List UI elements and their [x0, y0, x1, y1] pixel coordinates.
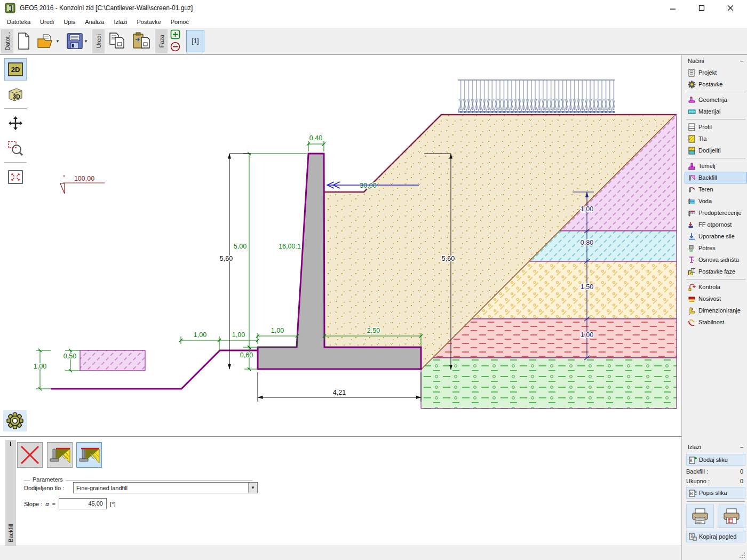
slope-unit: [°]	[110, 501, 116, 507]
dim-label: 0,40	[309, 134, 322, 142]
uporabne-sile-icon	[688, 233, 696, 241]
menu-postavke[interactable]: Postavke	[132, 17, 165, 27]
mode-backfill[interactable]: Backfill	[685, 172, 747, 183]
menu-analiza[interactable]: Analiza	[80, 17, 109, 27]
mode-geometrija[interactable]: Geometrija	[685, 94, 747, 106]
svg-text:B: B	[690, 534, 693, 539]
menu-upis[interactable]: Upis	[59, 17, 80, 27]
geo5-window: { "window": { "title": "GEO5 2016 - Konz…	[0, 0, 747, 560]
save-dropdown-arrow[interactable]: ▼	[84, 39, 89, 44]
mode-profil[interactable]: Profil	[685, 121, 747, 133]
zoom-tool-button[interactable]	[5, 138, 26, 159]
copy-view-button[interactable]: B Kopiraj pogled	[686, 531, 745, 542]
divider	[686, 279, 745, 279]
materijal-icon	[688, 108, 696, 116]
view-2d-button[interactable]: 2D	[5, 59, 26, 80]
dim-label: 4,21	[333, 389, 346, 396]
geometrija-icon	[688, 96, 696, 104]
backfill-tab[interactable]: Backfill	[5, 440, 16, 546]
drawing-canvas[interactable]: 0,40 5,00 16,00:1 1,00 1,00 1,00 2,50 0,…	[30, 55, 681, 436]
open-file-button[interactable]: ▼	[35, 29, 62, 53]
mode-predopterecenje[interactable]: Predopterećenje	[685, 207, 747, 219]
outputs-collapse-button[interactable]: –	[740, 444, 743, 450]
mode-postavke[interactable]: Postavke	[685, 78, 747, 90]
mode-potres[interactable]: Potres	[685, 242, 747, 254]
mode-temelj[interactable]: Temelj	[685, 160, 747, 172]
total-count-value: 0	[740, 478, 743, 484]
menu-datoteka[interactable]: Datoteka	[2, 17, 35, 27]
backfill-shape-2-icon	[78, 445, 100, 465]
mode-materijal[interactable]: Materijal	[685, 106, 747, 117]
dimenzioniranje-icon	[688, 307, 696, 315]
mode-stabilnost[interactable]: Stabilnost	[685, 316, 747, 328]
gear-icon	[6, 412, 23, 429]
cantilever-wall-drawing: 0,40 5,00 16,00:1 1,00 1,00 1,00 2,50 0,…	[30, 55, 681, 436]
mode-kontrola[interactable]: Kontrola	[685, 281, 747, 293]
mode-uporabne-sile[interactable]: Uporabne sile	[685, 230, 747, 242]
stage-remove-button[interactable]	[170, 42, 180, 53]
picture-list-button[interactable]: B Popis slika	[686, 487, 745, 499]
view-3d-button[interactable]: 3D	[5, 84, 26, 105]
surcharge-value-label: 30,00	[360, 182, 376, 189]
resize-grip[interactable]	[739, 552, 745, 558]
fit-view-button[interactable]	[5, 166, 26, 188]
mode-projekt[interactable]: Projekt	[685, 67, 747, 78]
save-file-button[interactable]: ▼	[64, 29, 91, 53]
mode-postavke-faze[interactable]: 12 Postavke faze	[685, 266, 747, 277]
print-preview-button[interactable]	[718, 505, 745, 528]
slope-input[interactable]: 45,00	[59, 498, 107, 509]
slope-alpha-symbol: α	[45, 501, 49, 507]
copy-button[interactable]	[106, 29, 129, 53]
divider	[4, 162, 27, 163]
menu-pomoc[interactable]: Pomoć	[166, 17, 194, 27]
mode-dodijeliti[interactable]: Dodijeliti	[685, 145, 747, 156]
svg-text:B: B	[689, 458, 692, 463]
mode-tla[interactable]: Tla	[685, 133, 747, 145]
paste-button[interactable]	[130, 29, 154, 53]
dim-label: 1,00	[194, 331, 206, 339]
dim-label: 1,00	[581, 205, 593, 213]
chevron-down-icon[interactable]: ▼	[248, 483, 257, 493]
open-dropdown-arrow[interactable]: ▼	[55, 39, 60, 44]
add-picture-button[interactable]: B Dodaj sliku	[686, 454, 745, 466]
backfill-option-slope[interactable]	[76, 442, 102, 468]
mode-ff-otpornost[interactable]: FF otpornost	[685, 219, 747, 230]
dodijeliti-icon	[688, 147, 696, 155]
menu-uredi[interactable]: Uredi	[35, 17, 59, 27]
dim-label: 5,60	[220, 255, 233, 262]
total-count-label: Ukupno :	[686, 478, 710, 484]
outputs-panel-title: Izlazi	[688, 444, 701, 450]
toolbar-group-file: Datot...	[1, 29, 13, 53]
divider	[686, 92, 745, 92]
mode-nosivost[interactable]: Nosivost	[685, 293, 747, 305]
svg-text:3D: 3D	[13, 93, 20, 100]
paste-icon	[132, 32, 152, 50]
mode-voda[interactable]: Voda	[685, 195, 747, 207]
close-button[interactable]	[724, 2, 737, 14]
printer-icon	[691, 508, 709, 525]
divider	[4, 108, 27, 109]
assigned-soil-select[interactable]: Fine-grained landfill ▼	[73, 482, 258, 493]
backfill-option-terrain[interactable]	[47, 442, 73, 468]
modes-collapse-button[interactable]: –	[740, 58, 743, 64]
soil-layer-4-pink	[433, 319, 677, 358]
backfill-option-none[interactable]	[17, 442, 43, 468]
mode-dimenzioniranje[interactable]: Dimenzioniranje	[685, 305, 747, 316]
stage-1-button[interactable]: [1]	[186, 30, 204, 52]
menu-izlazi[interactable]: Izlazi	[109, 17, 132, 27]
new-file-button[interactable]	[15, 29, 33, 53]
maximize-button[interactable]	[695, 2, 709, 14]
svg-text:B: B	[690, 491, 693, 496]
front-soil-sample-block	[80, 350, 145, 371]
drawing-settings-button[interactable]	[3, 410, 27, 431]
stage-add-button[interactable]	[170, 29, 180, 41]
pan-tool-button[interactable]	[5, 113, 26, 134]
mode-osnova-sidrista[interactable]: Osnova sidrišta	[685, 254, 747, 266]
minimize-button[interactable]	[666, 2, 680, 14]
dim-label: 0,80	[581, 239, 593, 246]
backfill-count-label: Backfill :	[686, 468, 708, 475]
print-button[interactable]	[686, 505, 714, 528]
kontrola-icon	[688, 283, 696, 291]
mode-teren[interactable]: Teren	[685, 183, 747, 195]
predopterecenje-icon	[688, 209, 696, 217]
